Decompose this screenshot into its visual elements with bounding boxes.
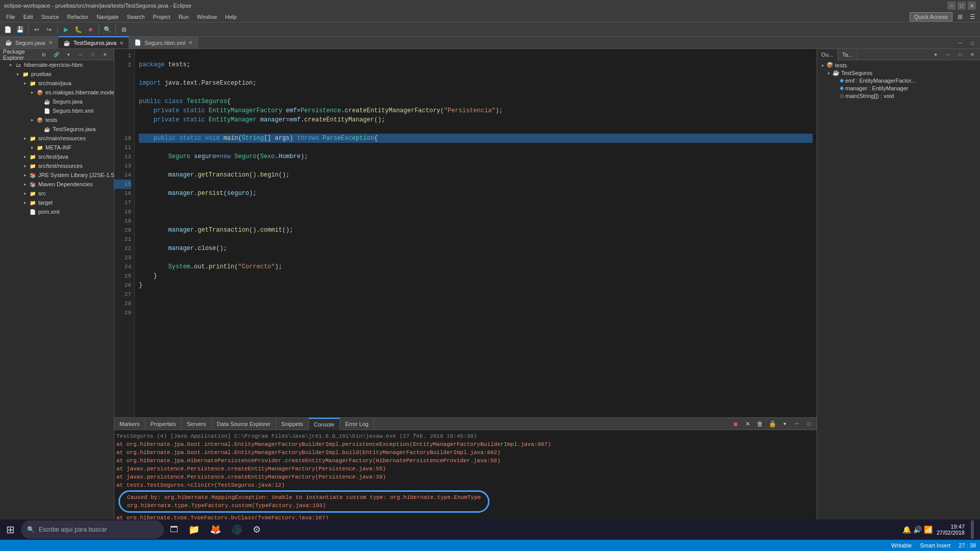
tab-seguro-xml-close[interactable]: ✕ bbox=[188, 40, 192, 45]
eclipse-button[interactable]: 🌑 bbox=[227, 520, 247, 539]
outline-menu-button[interactable]: ▾ bbox=[930, 49, 941, 60]
tab-errorlog[interactable]: Error Log bbox=[340, 418, 374, 430]
console-menu-button[interactable]: ▾ bbox=[779, 418, 790, 430]
outline-tests-package[interactable]: ▸ 📦 tests bbox=[818, 61, 979, 69]
console-content[interactable]: TestSeguros (4) [Java Application] C:\Pr… bbox=[114, 430, 817, 519]
outline-manager-field[interactable]: ◆ manager : EntityManager bbox=[818, 84, 979, 92]
tab-console[interactable]: Console bbox=[309, 418, 340, 430]
menu-run[interactable]: Run bbox=[175, 13, 193, 21]
tree-item-jre[interactable]: ▸ 📚 JRE System Library [J2SE-1.5] bbox=[0, 170, 114, 180]
tab-testseguros-close[interactable]: ✕ bbox=[119, 40, 124, 46]
tree-item-seguro-java[interactable]: ☕ Seguro.java bbox=[0, 97, 114, 106]
menu-refactor[interactable]: Refactor bbox=[63, 13, 93, 21]
tab-servers[interactable]: Servers bbox=[182, 418, 212, 430]
new-button[interactable]: 📄 bbox=[2, 24, 13, 35]
stop-console-button[interactable]: ■ bbox=[730, 418, 741, 430]
close-explorer-button[interactable]: ✕ bbox=[100, 49, 111, 60]
tasks-tab[interactable]: Ta... bbox=[838, 49, 857, 60]
tab-seguro-java-close[interactable]: ✕ bbox=[48, 40, 53, 45]
undo-button[interactable]: ↩ bbox=[31, 24, 42, 35]
outline-tab[interactable]: Ou... bbox=[817, 49, 838, 60]
tree-item-seguro-xml[interactable]: 📄 Seguro.hbm.xml bbox=[0, 106, 114, 115]
link-1[interactable]: EntityManagerFactoryBuilderImpl.java:967 bbox=[413, 441, 548, 447]
maximize-console-button[interactable]: □ bbox=[803, 418, 815, 430]
link-4[interactable]: Persistence.java:55 bbox=[318, 466, 382, 472]
minimize-console-button[interactable]: ─ bbox=[791, 418, 802, 430]
toolbar-icon1[interactable]: ⊞ bbox=[954, 11, 966, 22]
debug-button[interactable]: 🐛 bbox=[72, 24, 84, 35]
maximize-editor-button[interactable]: □ bbox=[967, 37, 978, 48]
search-button[interactable]: 🔍 bbox=[102, 24, 113, 35]
minimize-editor-button[interactable]: ─ bbox=[954, 37, 966, 48]
tree-item-testseguros[interactable]: ☕ TestSeguros.java bbox=[0, 124, 114, 134]
tree-item-package-modelo[interactable]: ▸ 📦 es.makigas.hibernate.modelo bbox=[0, 88, 114, 97]
tree-item-src-main-java[interactable]: ▸ 📁 src/main/java bbox=[0, 79, 114, 88]
link-editor-button[interactable]: 🔗 bbox=[51, 49, 62, 60]
maximize-button[interactable]: □ bbox=[958, 2, 966, 10]
task-view-button[interactable]: 🗖 bbox=[166, 520, 182, 539]
close-outline-button[interactable]: ✕ bbox=[967, 49, 978, 60]
firefox-button[interactable]: 🦊 bbox=[206, 520, 225, 539]
tree-item-package-tests[interactable]: ▸ 📦 tests bbox=[0, 115, 114, 124]
search-taskbar[interactable]: 🔍 Escribe aquí para buscar bbox=[21, 520, 164, 539]
outline-emf-field[interactable]: ◆ emf : EntityManagerFactor... bbox=[818, 77, 979, 84]
tab-testseguros-java[interactable]: ☕ TestSeguros.java ✕ bbox=[58, 36, 129, 48]
tree-item-target[interactable]: ▸ 📁 target bbox=[0, 198, 114, 207]
maximize-explorer-button[interactable]: □ bbox=[87, 49, 99, 60]
minimize-explorer-button[interactable]: ─ bbox=[75, 49, 86, 60]
menu-source[interactable]: Source bbox=[37, 13, 63, 21]
menu-edit[interactable]: Edit bbox=[19, 13, 37, 21]
minimize-button[interactable]: ─ bbox=[947, 2, 955, 10]
run-button[interactable]: ▶ bbox=[60, 24, 71, 35]
tree-item-maven[interactable]: ▸ 📚 Maven Dependencies bbox=[0, 180, 114, 189]
maximize-outline-button[interactable]: □ bbox=[954, 49, 966, 60]
settings-button[interactable]: ⚙ bbox=[249, 520, 265, 539]
scroll-lock-button[interactable]: 🔒 bbox=[767, 418, 778, 430]
menu-project[interactable]: Project bbox=[149, 13, 174, 21]
show-desktop-button[interactable] bbox=[971, 520, 974, 539]
tree-item-pom[interactable]: 📄 pom.xml bbox=[0, 207, 114, 216]
tree-item-src[interactable]: ▸ 📁 src bbox=[0, 189, 114, 198]
tab-datasource[interactable]: Data Source Explorer bbox=[212, 418, 276, 430]
redo-button[interactable]: ↪ bbox=[43, 24, 55, 35]
outline-testseguros-class[interactable]: ▸ ☕ TestSeguros bbox=[818, 69, 979, 77]
collapse-all-button[interactable]: ⊟ bbox=[38, 49, 50, 60]
menu-search[interactable]: Search bbox=[123, 13, 149, 21]
tree-item-pruebas[interactable]: ▸ 📁 pruebas bbox=[0, 69, 114, 79]
menu-window[interactable]: Window bbox=[193, 13, 221, 21]
tab-snippets[interactable]: Snippets bbox=[276, 418, 309, 430]
quick-access-button[interactable]: Quick Access bbox=[910, 12, 952, 21]
toolbar-icon2[interactable]: ☰ bbox=[967, 11, 978, 22]
start-button[interactable]: ⊞ bbox=[2, 520, 19, 539]
outline-main-method[interactable]: ◇ main(String[]) : void bbox=[818, 92, 979, 99]
remove-console-button[interactable]: ✕ bbox=[742, 418, 753, 430]
code-content[interactable]: package tests; import java.text.ParseExc… bbox=[135, 49, 817, 417]
perspective-button[interactable]: ⊞ bbox=[118, 24, 130, 35]
link-2[interactable]: EntityManagerFactoryBuilderImpl.java:892 bbox=[362, 449, 497, 456]
tree-item-src-test-res[interactable]: ▸ 📁 src/test/resources bbox=[0, 161, 114, 170]
tree-item-hibernate[interactable]: ▸ 🗂 hibernate-ejercicio-hbm bbox=[0, 60, 114, 69]
close-button[interactable]: ✕ bbox=[968, 2, 976, 10]
tab-seguro-xml[interactable]: 📄 Seguro.hbm.xml ✕ bbox=[129, 36, 198, 48]
minimize-outline-button[interactable]: ─ bbox=[942, 49, 953, 60]
code-editor[interactable]: 1 2 10 11 12 13 14 15 16 1 bbox=[114, 49, 817, 417]
link-8[interactable]: TypeFactory.java:107 bbox=[258, 515, 325, 519]
tab-properties[interactable]: Properties bbox=[145, 418, 182, 430]
tab-seguro-java[interactable]: ☕ Seguro.java ✕ bbox=[0, 36, 58, 48]
tab-markers[interactable]: Markers bbox=[114, 418, 145, 430]
tree-item-src-test-java[interactable]: ▸ 📁 src/test/java bbox=[0, 152, 114, 161]
explorer-menu-button[interactable]: ▾ bbox=[63, 49, 74, 60]
save-button[interactable]: 💾 bbox=[14, 24, 26, 35]
tree-item-meta-inf[interactable]: ▸ 📁 META-INF bbox=[0, 143, 114, 152]
stop-button[interactable]: ■ bbox=[85, 24, 96, 35]
link-3[interactable]: HibernatePersistenceProvider.java:58 bbox=[376, 458, 497, 464]
link-7[interactable]: TypeFactory.java:193 bbox=[255, 503, 323, 509]
link-6[interactable]: TestSeguros.java:12 bbox=[217, 482, 281, 488]
tree-item-src-main-res[interactable]: ▸ 📁 src/main/resources bbox=[0, 134, 114, 143]
clear-console-button[interactable]: 🗑 bbox=[754, 418, 766, 430]
link-5[interactable]: Persistence.java:39 bbox=[318, 474, 382, 480]
file-explorer-button[interactable]: 📁 bbox=[184, 520, 204, 539]
link-mapping-exception[interactable]: org.hibernate.MappingException bbox=[164, 494, 265, 500]
menu-navigate[interactable]: Navigate bbox=[92, 13, 122, 21]
menu-help[interactable]: Help bbox=[221, 13, 241, 21]
